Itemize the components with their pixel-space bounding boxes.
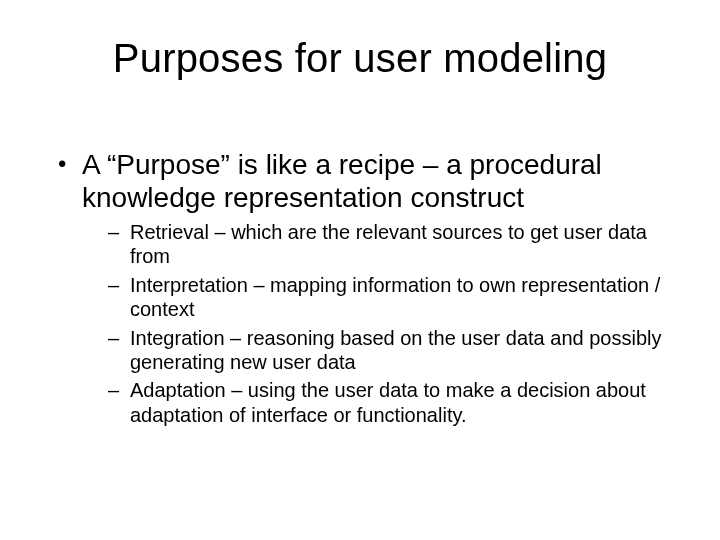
sub-bullet-text: Interpretation – mapping information to … bbox=[130, 274, 660, 320]
slide-body: A “Purpose” is like a recipe – a procedu… bbox=[54, 148, 676, 437]
slide: Purposes for user modeling A “Purpose” i… bbox=[0, 0, 720, 540]
bullet-list: A “Purpose” is like a recipe – a procedu… bbox=[54, 148, 676, 427]
sub-bullet-text: Adaptation – using the user data to make… bbox=[130, 379, 646, 425]
sub-bullet-item: Integration – reasoning based on the use… bbox=[108, 326, 676, 375]
bullet-item: A “Purpose” is like a recipe – a procedu… bbox=[54, 148, 676, 427]
slide-title: Purposes for user modeling bbox=[0, 36, 720, 81]
sub-bullet-item: Interpretation – mapping information to … bbox=[108, 273, 676, 322]
sub-bullet-item: Retrieval – which are the relevant sourc… bbox=[108, 220, 676, 269]
sub-bullet-item: Adaptation – using the user data to make… bbox=[108, 378, 676, 427]
bullet-text: A “Purpose” is like a recipe – a procedu… bbox=[82, 149, 602, 213]
sub-bullet-text: Integration – reasoning based on the use… bbox=[130, 327, 661, 373]
sub-bullet-list: Retrieval – which are the relevant sourc… bbox=[82, 220, 676, 427]
sub-bullet-text: Retrieval – which are the relevant sourc… bbox=[130, 221, 647, 267]
